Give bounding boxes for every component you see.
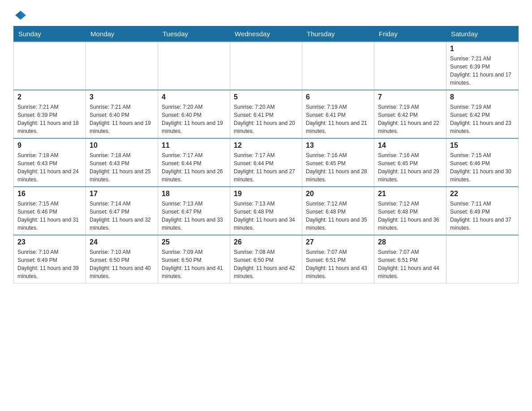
day-info: Sunrise: 7:21 AM Sunset: 6:39 PM Dayligh… (450, 55, 515, 87)
day-number: 15 (450, 141, 515, 150)
table-row: 10Sunrise: 7:18 AM Sunset: 6:43 PM Dayli… (86, 138, 158, 187)
week-row-4: 16Sunrise: 7:15 AM Sunset: 6:46 PM Dayli… (14, 187, 519, 235)
day-info: Sunrise: 7:20 AM Sunset: 6:41 PM Dayligh… (234, 103, 298, 135)
col-tuesday: Tuesday (158, 26, 230, 42)
day-number: 7 (378, 93, 442, 101)
table-row: 9Sunrise: 7:18 AM Sunset: 6:43 PM Daylig… (14, 138, 86, 187)
day-number: 6 (306, 93, 370, 101)
day-number: 8 (450, 93, 515, 101)
col-saturday: Saturday (446, 26, 519, 42)
table-row: 12Sunrise: 7:17 AM Sunset: 6:44 PM Dayli… (230, 138, 302, 187)
table-row: 21Sunrise: 7:12 AM Sunset: 6:48 PM Dayli… (374, 187, 446, 235)
day-info: Sunrise: 7:21 AM Sunset: 6:39 PM Dayligh… (17, 103, 82, 135)
day-number: 3 (90, 93, 154, 101)
table-row: 8Sunrise: 7:19 AM Sunset: 6:42 PM Daylig… (446, 90, 519, 138)
day-info: Sunrise: 7:10 AM Sunset: 6:49 PM Dayligh… (17, 248, 82, 280)
col-sunday: Sunday (14, 26, 86, 42)
col-monday: Monday (86, 26, 158, 42)
table-row: 15Sunrise: 7:15 AM Sunset: 6:46 PM Dayli… (446, 138, 519, 187)
svg-marker-1 (15, 11, 21, 20)
day-info: Sunrise: 7:07 AM Sunset: 6:51 PM Dayligh… (306, 248, 370, 280)
day-info: Sunrise: 7:19 AM Sunset: 6:42 PM Dayligh… (378, 103, 442, 135)
day-number: 28 (378, 238, 442, 246)
day-number: 17 (90, 190, 154, 198)
day-number: 10 (90, 141, 154, 150)
day-info: Sunrise: 7:13 AM Sunset: 6:48 PM Dayligh… (234, 200, 298, 232)
day-info: Sunrise: 7:11 AM Sunset: 6:49 PM Dayligh… (450, 200, 515, 232)
svg-marker-0 (21, 11, 26, 20)
day-number: 24 (90, 238, 154, 246)
day-number: 19 (234, 190, 298, 198)
day-info: Sunrise: 7:20 AM Sunset: 6:40 PM Dayligh… (162, 103, 226, 135)
day-info: Sunrise: 7:18 AM Sunset: 6:43 PM Dayligh… (17, 151, 82, 184)
table-row: 6Sunrise: 7:19 AM Sunset: 6:41 PM Daylig… (302, 90, 374, 138)
day-info: Sunrise: 7:09 AM Sunset: 6:50 PM Dayligh… (162, 248, 226, 280)
table-row (446, 235, 519, 283)
col-wednesday: Wednesday (230, 26, 302, 42)
day-info: Sunrise: 7:15 AM Sunset: 6:46 PM Dayligh… (450, 151, 515, 184)
table-row: 22Sunrise: 7:11 AM Sunset: 6:49 PM Dayli… (446, 187, 519, 235)
day-number: 2 (17, 93, 82, 101)
week-row-3: 9Sunrise: 7:18 AM Sunset: 6:43 PM Daylig… (14, 138, 519, 187)
table-row: 24Sunrise: 7:10 AM Sunset: 6:50 PM Dayli… (86, 235, 158, 283)
day-number: 26 (234, 238, 298, 246)
table-row (86, 42, 158, 90)
day-number: 20 (306, 190, 370, 198)
table-row: 25Sunrise: 7:09 AM Sunset: 6:50 PM Dayli… (158, 235, 230, 283)
day-info: Sunrise: 7:12 AM Sunset: 6:48 PM Dayligh… (306, 200, 370, 232)
table-row: 1Sunrise: 7:21 AM Sunset: 6:39 PM Daylig… (446, 42, 519, 90)
page-header (13, 9, 519, 21)
day-number: 22 (450, 190, 515, 198)
day-number: 23 (17, 238, 82, 246)
table-row: 13Sunrise: 7:16 AM Sunset: 6:45 PM Dayli… (302, 138, 374, 187)
day-number: 27 (306, 238, 370, 246)
table-row: 23Sunrise: 7:10 AM Sunset: 6:49 PM Dayli… (14, 235, 86, 283)
table-row: 3Sunrise: 7:21 AM Sunset: 6:40 PM Daylig… (86, 90, 158, 138)
week-row-5: 23Sunrise: 7:10 AM Sunset: 6:49 PM Dayli… (14, 235, 519, 283)
day-info: Sunrise: 7:19 AM Sunset: 6:42 PM Dayligh… (450, 103, 515, 135)
calendar-table: Sunday Monday Tuesday Wednesday Thursday… (13, 26, 519, 283)
day-info: Sunrise: 7:19 AM Sunset: 6:41 PM Dayligh… (306, 103, 370, 135)
logo (13, 9, 27, 21)
table-row: 16Sunrise: 7:15 AM Sunset: 6:46 PM Dayli… (14, 187, 86, 235)
day-number: 5 (234, 93, 298, 101)
table-row: 11Sunrise: 7:17 AM Sunset: 6:44 PM Dayli… (158, 138, 230, 187)
day-info: Sunrise: 7:16 AM Sunset: 6:45 PM Dayligh… (306, 151, 370, 184)
day-number: 11 (162, 141, 226, 150)
day-info: Sunrise: 7:18 AM Sunset: 6:43 PM Dayligh… (90, 151, 154, 184)
table-row: 26Sunrise: 7:08 AM Sunset: 6:50 PM Dayli… (230, 235, 302, 283)
day-number: 25 (162, 238, 226, 246)
day-info: Sunrise: 7:14 AM Sunset: 6:47 PM Dayligh… (90, 200, 154, 232)
table-row: 14Sunrise: 7:16 AM Sunset: 6:45 PM Dayli… (374, 138, 446, 187)
table-row: 5Sunrise: 7:20 AM Sunset: 6:41 PM Daylig… (230, 90, 302, 138)
table-row: 27Sunrise: 7:07 AM Sunset: 6:51 PM Dayli… (302, 235, 374, 283)
day-info: Sunrise: 7:16 AM Sunset: 6:45 PM Dayligh… (378, 151, 442, 184)
day-info: Sunrise: 7:21 AM Sunset: 6:40 PM Dayligh… (90, 103, 154, 135)
day-info: Sunrise: 7:17 AM Sunset: 6:44 PM Dayligh… (162, 151, 226, 184)
table-row: 28Sunrise: 7:07 AM Sunset: 6:51 PM Dayli… (374, 235, 446, 283)
table-row (302, 42, 374, 90)
table-row: 2Sunrise: 7:21 AM Sunset: 6:39 PM Daylig… (14, 90, 86, 138)
col-thursday: Thursday (302, 26, 374, 42)
day-number: 1 (450, 45, 515, 53)
logo-flag-icon (14, 9, 27, 21)
day-info: Sunrise: 7:07 AM Sunset: 6:51 PM Dayligh… (378, 248, 442, 280)
table-row (14, 42, 86, 90)
day-info: Sunrise: 7:12 AM Sunset: 6:48 PM Dayligh… (378, 200, 442, 232)
day-info: Sunrise: 7:08 AM Sunset: 6:50 PM Dayligh… (234, 248, 298, 280)
table-row: 17Sunrise: 7:14 AM Sunset: 6:47 PM Dayli… (86, 187, 158, 235)
day-number: 14 (378, 141, 442, 150)
table-row: 4Sunrise: 7:20 AM Sunset: 6:40 PM Daylig… (158, 90, 230, 138)
week-row-1: 1Sunrise: 7:21 AM Sunset: 6:39 PM Daylig… (14, 42, 519, 90)
table-row: 19Sunrise: 7:13 AM Sunset: 6:48 PM Dayli… (230, 187, 302, 235)
day-info: Sunrise: 7:15 AM Sunset: 6:46 PM Dayligh… (17, 200, 82, 232)
day-info: Sunrise: 7:13 AM Sunset: 6:47 PM Dayligh… (162, 200, 226, 232)
calendar-header-row: Sunday Monday Tuesday Wednesday Thursday… (14, 26, 519, 42)
day-number: 18 (162, 190, 226, 198)
day-number: 9 (17, 141, 82, 150)
day-number: 12 (234, 141, 298, 150)
col-friday: Friday (374, 26, 446, 42)
day-number: 16 (17, 190, 82, 198)
day-info: Sunrise: 7:10 AM Sunset: 6:50 PM Dayligh… (90, 248, 154, 280)
day-number: 4 (162, 93, 226, 101)
